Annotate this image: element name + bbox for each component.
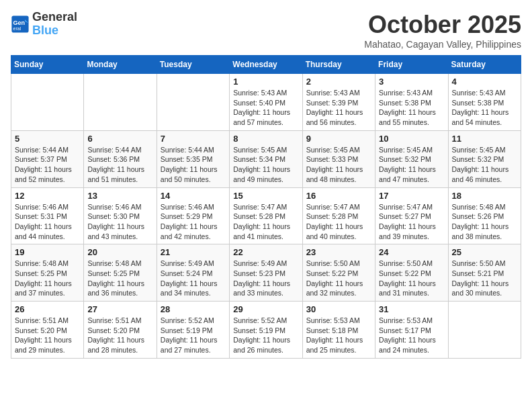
- day-cell: 9Sunrise: 5:45 AM Sunset: 5:33 PM Daylig…: [302, 130, 375, 187]
- day-info: Sunrise: 5:47 AM Sunset: 5:27 PM Dayligh…: [379, 202, 444, 242]
- day-info: Sunrise: 5:53 AM Sunset: 5:18 PM Dayligh…: [306, 316, 371, 355]
- day-cell: 12Sunrise: 5:46 AM Sunset: 5:31 PM Dayli…: [11, 187, 84, 244]
- day-info: Sunrise: 5:52 AM Sunset: 5:19 PM Dayligh…: [233, 316, 298, 355]
- day-number: 5: [15, 134, 80, 144]
- day-cell: 10Sunrise: 5:45 AM Sunset: 5:32 PM Dayli…: [375, 130, 448, 187]
- day-info: Sunrise: 5:49 AM Sunset: 5:24 PM Dayligh…: [161, 259, 226, 298]
- day-info: Sunrise: 5:44 AM Sunset: 5:35 PM Dayligh…: [161, 145, 226, 185]
- day-info: Sunrise: 5:45 AM Sunset: 5:32 PM Dayligh…: [452, 145, 517, 185]
- day-info: Sunrise: 5:50 AM Sunset: 5:21 PM Dayligh…: [452, 259, 517, 298]
- day-info: Sunrise: 5:51 AM Sunset: 5:20 PM Dayligh…: [87, 316, 152, 355]
- day-number: 7: [161, 134, 226, 144]
- day-info: Sunrise: 5:45 AM Sunset: 5:32 PM Dayligh…: [379, 145, 444, 185]
- day-number: 14: [161, 191, 226, 201]
- days-header-row: SundayMondayTuesdayWednesdayThursdayFrid…: [11, 56, 521, 74]
- logo: Gen eral General Blue: [11, 11, 77, 38]
- day-cell: 26Sunrise: 5:51 AM Sunset: 5:20 PM Dayli…: [11, 302, 84, 359]
- day-info: Sunrise: 5:46 AM Sunset: 5:31 PM Dayligh…: [15, 202, 80, 242]
- title-area: October 2025 Mahatao, Cagayan Valley, Ph…: [364, 11, 521, 50]
- day-info: Sunrise: 5:45 AM Sunset: 5:34 PM Dayligh…: [233, 145, 298, 185]
- svg-text:Gen: Gen: [13, 19, 26, 26]
- day-cell: 6Sunrise: 5:44 AM Sunset: 5:36 PM Daylig…: [84, 130, 157, 187]
- svg-text:eral: eral: [13, 26, 21, 31]
- day-info: Sunrise: 5:48 AM Sunset: 5:25 PM Dayligh…: [87, 259, 152, 298]
- day-cell: 30Sunrise: 5:53 AM Sunset: 5:18 PM Dayli…: [302, 302, 375, 359]
- day-info: Sunrise: 5:43 AM Sunset: 5:38 PM Dayligh…: [379, 88, 444, 128]
- day-info: Sunrise: 5:46 AM Sunset: 5:29 PM Dayligh…: [161, 202, 226, 242]
- day-number: 21: [161, 247, 226, 257]
- day-number: 17: [379, 191, 444, 201]
- day-cell: 11Sunrise: 5:45 AM Sunset: 5:32 PM Dayli…: [448, 130, 521, 187]
- day-number: 22: [233, 247, 298, 257]
- day-info: Sunrise: 5:48 AM Sunset: 5:26 PM Dayligh…: [452, 202, 517, 242]
- day-cell: 25Sunrise: 5:50 AM Sunset: 5:21 PM Dayli…: [448, 244, 521, 302]
- day-number: 15: [233, 191, 298, 201]
- day-cell: 31Sunrise: 5:53 AM Sunset: 5:17 PM Dayli…: [375, 302, 448, 359]
- day-cell: 14Sunrise: 5:46 AM Sunset: 5:29 PM Dayli…: [157, 187, 229, 244]
- day-info: Sunrise: 5:43 AM Sunset: 5:38 PM Dayligh…: [452, 88, 517, 128]
- day-cell: [448, 302, 521, 359]
- day-number: 27: [87, 304, 152, 314]
- day-number: 3: [379, 77, 444, 87]
- day-cell: 20Sunrise: 5:48 AM Sunset: 5:25 PM Dayli…: [84, 244, 157, 302]
- day-number: 16: [306, 191, 371, 201]
- day-cell: 8Sunrise: 5:45 AM Sunset: 5:34 PM Daylig…: [230, 130, 302, 187]
- page-header: Gen eral General Blue October 2025 Mahat…: [11, 11, 521, 50]
- day-cell: 17Sunrise: 5:47 AM Sunset: 5:27 PM Dayli…: [375, 187, 448, 244]
- day-number: 23: [306, 247, 371, 257]
- day-cell: 7Sunrise: 5:44 AM Sunset: 5:35 PM Daylig…: [157, 130, 229, 187]
- day-number: 1: [233, 77, 298, 87]
- day-info: Sunrise: 5:43 AM Sunset: 5:39 PM Dayligh…: [306, 88, 371, 128]
- header-friday: Friday: [375, 56, 448, 74]
- day-cell: 13Sunrise: 5:46 AM Sunset: 5:30 PM Dayli…: [84, 187, 157, 244]
- day-number: 25: [452, 247, 517, 257]
- day-cell: 24Sunrise: 5:50 AM Sunset: 5:22 PM Dayli…: [375, 244, 448, 302]
- logo-icon: Gen eral: [11, 15, 30, 34]
- day-cell: 2Sunrise: 5:43 AM Sunset: 5:39 PM Daylig…: [302, 74, 375, 131]
- day-cell: [157, 74, 229, 131]
- day-cell: 16Sunrise: 5:47 AM Sunset: 5:28 PM Dayli…: [302, 187, 375, 244]
- day-info: Sunrise: 5:52 AM Sunset: 5:19 PM Dayligh…: [161, 316, 226, 355]
- day-number: 28: [161, 304, 226, 314]
- day-number: 19: [15, 247, 80, 257]
- week-row-2: 12Sunrise: 5:46 AM Sunset: 5:31 PM Dayli…: [11, 187, 521, 244]
- day-info: Sunrise: 5:43 AM Sunset: 5:40 PM Dayligh…: [233, 88, 298, 128]
- day-number: 10: [379, 134, 444, 144]
- header-thursday: Thursday: [302, 56, 375, 74]
- day-cell: 3Sunrise: 5:43 AM Sunset: 5:38 PM Daylig…: [375, 74, 448, 131]
- day-cell: 28Sunrise: 5:52 AM Sunset: 5:19 PM Dayli…: [157, 302, 229, 359]
- day-number: 31: [379, 304, 444, 314]
- day-cell: 18Sunrise: 5:48 AM Sunset: 5:26 PM Dayli…: [448, 187, 521, 244]
- week-row-1: 5Sunrise: 5:44 AM Sunset: 5:37 PM Daylig…: [11, 130, 521, 187]
- day-number: 2: [306, 77, 371, 87]
- day-cell: 19Sunrise: 5:48 AM Sunset: 5:25 PM Dayli…: [11, 244, 84, 302]
- day-info: Sunrise: 5:50 AM Sunset: 5:22 PM Dayligh…: [306, 259, 371, 298]
- day-cell: [84, 74, 157, 131]
- calendar-title: October 2025: [364, 11, 521, 39]
- calendar-subtitle: Mahatao, Cagayan Valley, Philippines: [364, 39, 521, 50]
- day-info: Sunrise: 5:45 AM Sunset: 5:33 PM Dayligh…: [306, 145, 371, 185]
- day-cell: 1Sunrise: 5:43 AM Sunset: 5:40 PM Daylig…: [230, 74, 302, 131]
- header-saturday: Saturday: [448, 56, 521, 74]
- week-row-3: 19Sunrise: 5:48 AM Sunset: 5:25 PM Dayli…: [11, 244, 521, 302]
- day-number: 13: [87, 191, 152, 201]
- day-info: Sunrise: 5:44 AM Sunset: 5:36 PM Dayligh…: [87, 145, 152, 185]
- day-info: Sunrise: 5:47 AM Sunset: 5:28 PM Dayligh…: [233, 202, 298, 242]
- day-cell: 27Sunrise: 5:51 AM Sunset: 5:20 PM Dayli…: [84, 302, 157, 359]
- day-number: 30: [306, 304, 371, 314]
- day-info: Sunrise: 5:51 AM Sunset: 5:20 PM Dayligh…: [15, 316, 80, 355]
- day-cell: 21Sunrise: 5:49 AM Sunset: 5:24 PM Dayli…: [157, 244, 229, 302]
- day-number: 9: [306, 134, 371, 144]
- header-monday: Monday: [84, 56, 157, 74]
- day-number: 20: [87, 247, 152, 257]
- calendar-table: SundayMondayTuesdayWednesdayThursdayFrid…: [11, 55, 521, 359]
- day-number: 24: [379, 247, 444, 257]
- day-info: Sunrise: 5:53 AM Sunset: 5:17 PM Dayligh…: [379, 316, 444, 355]
- header-sunday: Sunday: [11, 56, 84, 74]
- logo-text-line2: Blue: [32, 24, 77, 38]
- day-info: Sunrise: 5:48 AM Sunset: 5:25 PM Dayligh…: [15, 259, 80, 298]
- day-info: Sunrise: 5:49 AM Sunset: 5:23 PM Dayligh…: [233, 259, 298, 298]
- day-cell: 23Sunrise: 5:50 AM Sunset: 5:22 PM Dayli…: [302, 244, 375, 302]
- week-row-4: 26Sunrise: 5:51 AM Sunset: 5:20 PM Dayli…: [11, 302, 521, 359]
- day-number: 12: [15, 191, 80, 201]
